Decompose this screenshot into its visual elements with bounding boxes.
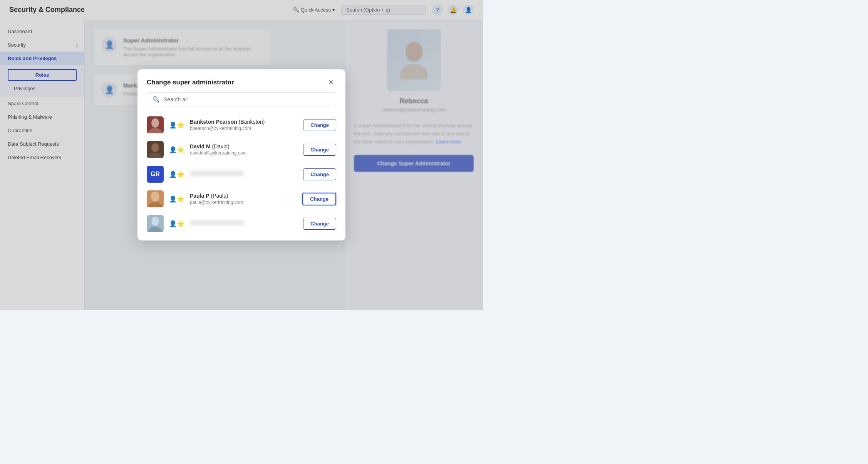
change-button-user2[interactable]: Change [303,144,336,156]
user-name-blurred [190,171,298,177]
user-name: Paula P (Paula) [190,193,297,199]
user-role-icon: 👤⭐ [169,121,184,129]
modal-search-icon: 🔍 [152,96,160,103]
user-info [190,220,298,227]
modal-header: Change super administrator ✕ [137,69,345,92]
user-avatar [147,215,164,232]
user-name: Bankston Pearson (Bankston) [190,119,298,125]
change-button-user1[interactable]: Change [303,119,336,131]
svg-point-10 [151,192,159,202]
change-admin-modal: Change super administrator ✕ 🔍 👤⭐ Bankst… [137,69,345,240]
user-avatar [147,116,164,133]
user-name-blurred [190,220,298,227]
user-role-icon: 👤⭐ [169,195,184,203]
user-avatar: GR [147,166,164,183]
user-email: bpearson@zylkertraining.com [190,126,298,131]
user-info: Paula P (Paula) paula@zylkertraining.com [190,193,297,205]
svg-point-4 [151,118,159,128]
modal-user-list: 👤⭐ Bankston Pearson (Bankston) bpearson@… [137,111,345,240]
list-item: 👤⭐ Paula P (Paula) paula@zylkertraining.… [137,187,345,211]
user-email: paula@zylkertraining.com [190,200,297,205]
modal-search-input[interactable] [164,96,330,103]
user-role-icon: 👤⭐ [169,146,184,153]
list-item: 👤⭐ Bankston Pearson (Bankston) bpearson@… [137,113,345,137]
user-info: David M (David) davidm@zylkertraining.co… [190,143,298,156]
user-role-icon: 👤⭐ [169,220,184,227]
list-item: 👤⭐ Change [137,211,345,236]
svg-point-7 [151,143,159,152]
user-name: David M (David) [190,143,298,150]
user-avatar [147,141,164,158]
list-item: GR 👤⭐ Change [137,162,345,187]
svg-point-13 [151,217,159,226]
change-button-user3[interactable]: Change [303,168,336,180]
user-email: davidm@zylkertraining.com [190,150,298,156]
user-avatar [147,190,164,207]
modal-close-button[interactable]: ✕ [325,77,336,88]
modal-title: Change super administrator [147,79,234,86]
modal-search-bar[interactable]: 🔍 [147,92,336,106]
list-item: 👤⭐ David M (David) davidm@zylkertraining… [137,137,345,162]
change-button-user4[interactable]: Change [302,193,336,205]
change-button-user5[interactable]: Change [303,218,336,230]
user-role-icon: 👤⭐ [169,171,184,178]
user-info: Bankston Pearson (Bankston) bpearson@zyl… [190,119,298,131]
user-info [190,171,298,178]
